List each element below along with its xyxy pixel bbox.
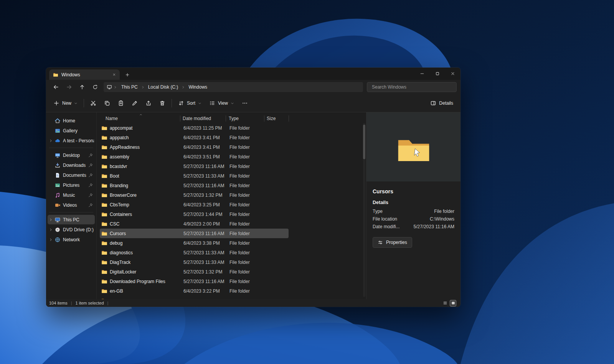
sidebar-item-music[interactable]: Music <box>48 190 95 200</box>
new-button[interactable]: New <box>50 97 81 110</box>
plus-icon <box>53 100 59 106</box>
file-row-cbstemp[interactable]: CbsTemp6/4/2023 3:25 PMFile folder <box>100 200 289 209</box>
sidebar-item-network[interactable]: Network <box>48 235 95 244</box>
file-row-diagtrack[interactable]: DiagTrack5/27/2023 11:33 AMFile folder <box>100 257 289 267</box>
file-date-modified: 5/27/2023 11:16 AM <box>183 164 229 169</box>
file-row-bcastdvr[interactable]: bcastdvr5/27/2023 11:16 AMFile folder <box>100 161 289 171</box>
column-header-size[interactable]: Size <box>264 115 289 122</box>
file-row-containers[interactable]: Containers5/27/2023 1:44 PMFile folder <box>100 209 289 219</box>
sidebar-item-label: Downloads <box>62 163 87 168</box>
sort-icon <box>178 100 184 106</box>
folder-icon <box>101 288 107 294</box>
search-input[interactable] <box>371 84 452 90</box>
file-row-en-gb[interactable]: en-GB6/4/2023 3:22 PMFile folder <box>100 286 289 296</box>
minimize-button[interactable] <box>414 68 430 80</box>
column-header-name[interactable]: Name <box>97 115 180 122</box>
large-thumbnails-toggle[interactable] <box>450 300 456 306</box>
search-box[interactable] <box>367 82 457 92</box>
navigation-pane: HomeGalleryA test - PersonalDesktopDownl… <box>46 112 97 299</box>
paste-button[interactable] <box>114 97 127 110</box>
breadcrumb-item-local-disk-c[interactable]: Local Disk (C:) <box>145 83 181 91</box>
new-tab-button[interactable] <box>122 70 133 80</box>
sort-button[interactable]: Sort <box>175 97 205 110</box>
file-row-partial[interactable] <box>100 296 289 299</box>
breadcrumb-item-this-pc[interactable]: This PC <box>119 83 140 91</box>
column-header-date-modified[interactable]: Date modified <box>180 115 226 122</box>
sidebar-item-desktop[interactable]: Desktop <box>48 150 95 160</box>
file-row-appcompat[interactable]: appcompat6/4/2023 11:25 PMFile folder <box>100 123 289 133</box>
rename-button[interactable] <box>128 97 141 110</box>
folder-icon <box>101 183 107 189</box>
chevron-right-icon[interactable] <box>48 218 53 222</box>
file-row-branding[interactable]: Branding5/27/2023 11:16 AMFile folder <box>100 181 289 190</box>
sidebar-item-dvd-drive-d-ccc[interactable]: DVD Drive (D:) CCC <box>48 225 95 234</box>
file-row-downloaded-program-files[interactable]: Downloaded Program Files5/27/2023 11:16 … <box>100 277 289 286</box>
sidebar-item-documents[interactable]: Documents <box>48 170 95 180</box>
sidebar-item-downloads[interactable]: Downloads <box>48 160 95 170</box>
forward-button[interactable] <box>63 81 75 93</box>
refresh-icon <box>92 84 98 90</box>
details-pane: Cursors Details TypeFile folderFile loca… <box>366 112 460 299</box>
sidebar-item-pictures[interactable]: Pictures <box>48 180 95 190</box>
explorer-tab[interactable]: Windows <box>49 69 120 80</box>
view-button[interactable]: View <box>206 97 238 110</box>
preview-area <box>366 112 460 181</box>
file-type: File folder <box>229 212 268 217</box>
close-button[interactable] <box>445 68 460 80</box>
file-row-assembly[interactable]: assembly6/4/2023 3:51 PMFile folder <box>100 152 289 161</box>
close-icon <box>451 71 455 76</box>
breadcrumb-item-windows[interactable]: Windows <box>186 83 210 91</box>
file-row-browsercore[interactable]: BrowserCore5/27/2023 1:32 PMFile folder <box>100 190 289 200</box>
file-type: File folder <box>229 250 268 255</box>
chevron-right-icon <box>141 86 145 89</box>
file-row-csc[interactable]: CSC4/9/2023 2:00 PMFile folder <box>100 219 289 229</box>
file-row-apppatch[interactable]: apppatch6/4/2023 3:41 PMFile folder <box>100 133 289 142</box>
close-glyph <box>112 73 116 76</box>
chevron-right-icon[interactable] <box>48 238 53 242</box>
file-name: debug <box>110 240 183 246</box>
cut-button[interactable] <box>87 97 100 110</box>
file-name: assembly <box>110 154 183 160</box>
navigation-bar: This PCLocal Disk (C:)Windows <box>46 80 460 94</box>
share-button[interactable] <box>142 97 155 110</box>
back-button[interactable] <box>50 81 62 93</box>
properties-button[interactable]: Properties <box>373 237 412 248</box>
status-bar: 104 items | 1 item selected | <box>46 299 460 307</box>
refresh-button[interactable] <box>89 81 101 93</box>
file-explorer-window: Windows This PCLocal Disk (C:)Windows Ne… <box>46 68 460 307</box>
tab-close-icon[interactable] <box>111 71 117 78</box>
sidebar-item-gallery[interactable]: Gallery <box>48 126 95 135</box>
file-row-digitallocker[interactable]: DigitalLocker5/27/2023 1:32 PMFile folde… <box>100 267 289 277</box>
file-row-boot[interactable]: Boot5/27/2023 11:33 AMFile folder <box>100 171 289 181</box>
file-row-diagnostics[interactable]: diagnostics5/27/2023 11:33 AMFile folder <box>100 248 289 257</box>
more-button[interactable] <box>238 97 251 110</box>
maximize-button[interactable] <box>430 68 445 80</box>
sidebar-item-this-pc[interactable]: This PC <box>48 215 95 224</box>
sidebar-item-a-test-personal[interactable]: A test - Personal <box>48 136 95 145</box>
file-row-appreadiness[interactable]: AppReadiness6/4/2023 3:41 PMFile folder <box>100 142 289 152</box>
file-row-cursors[interactable]: Cursors5/27/2023 11:16 AMFile folder <box>100 229 289 238</box>
details-pane-toggle[interactable]: Details <box>427 97 457 110</box>
file-type: File folder <box>229 260 268 265</box>
sidebar-item-label: Videos <box>62 203 87 208</box>
sidebar-item-label: Music <box>62 193 87 198</box>
sidebar-item-home[interactable]: Home <box>48 116 95 125</box>
pictures-icon <box>54 182 61 188</box>
sidebar-item-label: A test - Personal <box>62 138 94 143</box>
sidebar-item-videos[interactable]: Videos <box>48 200 95 210</box>
column-header-type[interactable]: Type <box>226 115 264 122</box>
chevron-right-icon[interactable] <box>48 139 53 143</box>
file-row-debug[interactable]: debug6/4/2023 3:38 PMFile folder <box>100 238 289 248</box>
up-button[interactable] <box>76 81 88 93</box>
details-view-toggle[interactable] <box>442 300 448 306</box>
scrollbar-thumb[interactable] <box>363 125 365 159</box>
file-name: DiagTrack <box>110 260 183 265</box>
gallery-icon <box>54 128 61 134</box>
delete-button[interactable] <box>156 97 169 110</box>
onedrive-icon <box>54 138 61 144</box>
vertical-scrollbar[interactable] <box>363 123 365 297</box>
address-bar[interactable]: This PCLocal Disk (C:)Windows <box>104 82 363 92</box>
copy-button[interactable] <box>101 97 114 110</box>
toolbar-divider <box>172 99 172 107</box>
chevron-right-icon[interactable] <box>48 228 53 232</box>
